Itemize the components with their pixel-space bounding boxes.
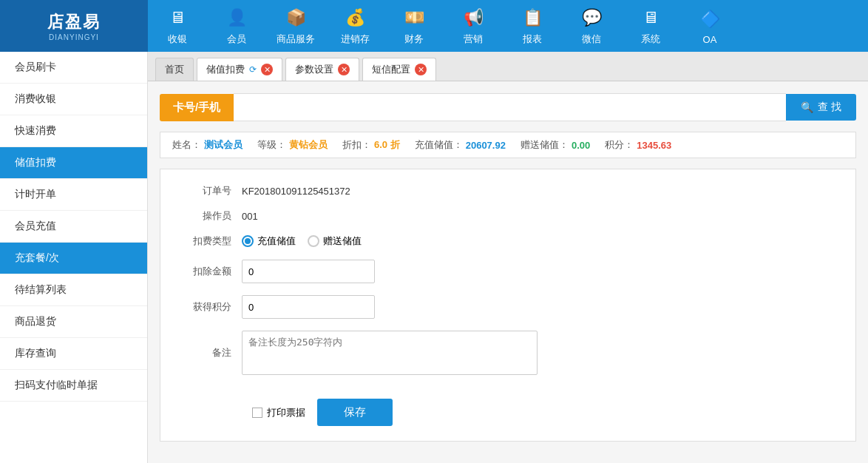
remark-row: 备注	[183, 331, 833, 375]
bottom-actions: 打印票据 保存	[183, 387, 833, 426]
marketing-icon: 📢	[461, 6, 485, 30]
logo-en: DIANYINGYI	[49, 33, 99, 41]
member-level-item: 等级： 黄钻会员	[257, 138, 328, 152]
sidebar-item-pending-list[interactable]: 待结算列表	[0, 274, 147, 306]
member-name-label: 姓名：	[172, 138, 201, 152]
tab-close-store-deduct[interactable]: ✕	[261, 64, 273, 75]
order-row: 订单号 KF201801091125451372	[183, 184, 833, 197]
save-button[interactable]: 保存	[317, 399, 393, 426]
member-gift-value: 0.00	[572, 140, 590, 151]
nav-item-cashier[interactable]: 🖥 收银	[148, 0, 207, 52]
search-bar: 卡号/手机 🔍 查 找	[160, 93, 856, 121]
member-recharge-value: 20607.92	[466, 140, 506, 151]
tab-param-setting[interactable]: 参数设置✕	[285, 58, 359, 81]
deduct-type-recharge[interactable]: 充值储值	[242, 234, 296, 248]
remark-label: 备注	[183, 346, 242, 359]
member-recharge-label: 充值储值：	[415, 138, 463, 152]
operator-value: 001	[242, 211, 258, 222]
member-level-label: 等级：	[257, 138, 286, 152]
radio-gift-label: 赠送储值	[323, 234, 362, 248]
radio-gift-circle	[308, 235, 319, 247]
deduct-type-radio-group: 充值储值 赠送储值	[242, 234, 362, 248]
member-level-value: 黄钻会员	[289, 138, 328, 152]
top-nav: 店盈易 DIANYINGYI 🖥 收银 👤 会员 📦 商品服务 💰 进销存 💴 …	[0, 0, 868, 52]
wechat-icon: 💬	[580, 6, 603, 30]
tab-close-sms-config[interactable]: ✕	[415, 64, 427, 75]
sidebar-item-member-card[interactable]: 会员刷卡	[0, 52, 147, 84]
operator-row: 操作员 001	[183, 209, 833, 223]
sidebar-item-stock-query[interactable]: 库存查询	[0, 338, 147, 370]
nav-item-oa[interactable]: 🔷 OA	[680, 0, 739, 52]
deduct-type-row: 扣费类型 充值储值 赠送储值	[183, 234, 833, 248]
logo-cn: 店盈易	[47, 11, 101, 33]
sidebar-item-package[interactable]: 充套餐/次	[0, 243, 147, 274]
search-button[interactable]: 🔍 查 找	[786, 94, 856, 121]
tab-label-sms-config: 短信配置	[372, 63, 410, 76]
print-checkbox-label: 打印票据	[267, 406, 305, 419]
sidebar-item-scan-pay[interactable]: 扫码支付临时单据	[0, 370, 147, 402]
tab-label-store-deduct: 储值扣费	[206, 63, 245, 76]
page-content: 卡号/手机 🔍 查 找 姓名： 测试会员 等级： 黄钻会员 折扣：	[148, 81, 868, 463]
member-discount-item: 折扣： 6.0 折	[342, 138, 400, 152]
sidebar-item-goods-return[interactable]: 商品退货	[0, 306, 147, 338]
tab-close-param-setting[interactable]: ✕	[338, 64, 350, 75]
remark-textarea[interactable]	[242, 331, 538, 375]
radio-recharge-label: 充值储值	[257, 234, 296, 248]
nav-item-wechat[interactable]: 💬 微信	[562, 0, 621, 52]
tab-store-deduct[interactable]: 储值扣费⟳✕	[197, 58, 282, 81]
search-label: 卡号/手机	[160, 94, 234, 121]
member-icon: 👤	[225, 6, 248, 30]
member-gift-item: 赠送储值： 0.00	[521, 138, 590, 152]
nav-item-finance[interactable]: 💴 财务	[384, 0, 444, 52]
form-panel: 订单号 KF201801091125451372 操作员 001 扣费类型 充值…	[160, 169, 856, 442]
cashier-icon: 🖥	[166, 6, 189, 30]
member-points-value: 1345.63	[637, 140, 671, 151]
report-icon: 📋	[521, 6, 544, 30]
order-label: 订单号	[183, 184, 242, 197]
sidebar-item-timed-open[interactable]: 计时开单	[0, 179, 147, 211]
nav-item-report[interactable]: 📋 报表	[503, 0, 562, 52]
member-gift-label: 赠送储值：	[521, 138, 569, 152]
nav-item-system[interactable]: 🖥 系统	[621, 0, 680, 52]
points-input[interactable]	[242, 295, 375, 319]
sidebar-item-quick-consume[interactable]: 快速消费	[0, 115, 147, 147]
member-name-value: 测试会员	[204, 138, 243, 152]
tab-home[interactable]: 首页	[155, 58, 194, 81]
member-points-label: 积分：	[605, 138, 634, 152]
tab-label-home: 首页	[165, 63, 184, 76]
nav-item-marketing[interactable]: 📢 营销	[444, 0, 503, 52]
nav-item-member[interactable]: 👤 会员	[207, 0, 266, 52]
print-checkbox-box	[252, 408, 262, 418]
system-icon: 🖥	[639, 6, 662, 30]
points-row: 获得积分	[183, 295, 833, 319]
radio-recharge-circle	[242, 235, 254, 247]
sidebar-item-member-recharge[interactable]: 会员充值	[0, 211, 147, 243]
sidebar-item-consume-cashier[interactable]: 消费收银	[0, 84, 147, 115]
nav-item-goods[interactable]: 📦 商品服务	[266, 0, 325, 52]
member-discount-value: 6.0 折	[374, 138, 400, 152]
content-area: 首页储值扣费⟳✕参数设置✕短信配置✕ 卡号/手机 🔍 查 找 姓名： 测试会员	[148, 52, 868, 463]
member-discount-label: 折扣：	[342, 138, 371, 152]
points-label: 获得积分	[183, 300, 242, 314]
print-checkbox[interactable]: 打印票据	[252, 406, 305, 419]
deduct-amount-input[interactable]	[242, 260, 375, 283]
member-points-item: 积分： 1345.63	[605, 138, 671, 152]
tab-refresh-store-deduct[interactable]: ⟳	[249, 64, 257, 75]
search-icon: 🔍	[801, 101, 813, 113]
search-input[interactable]	[234, 93, 786, 121]
tab-label-param-setting: 参数设置	[295, 63, 333, 76]
sidebar: 会员刷卡消费收银快速消费储值扣费计时开单会员充值充套餐/次待结算列表商品退货库存…	[0, 52, 148, 463]
logo: 店盈易 DIANYINGYI	[0, 0, 148, 52]
oa-icon: 🔷	[698, 7, 722, 31]
tab-sms-config[interactable]: 短信配置✕	[362, 58, 436, 81]
main-layout: 会员刷卡消费收银快速消费储值扣费计时开单会员充值充套餐/次待结算列表商品退货库存…	[0, 52, 868, 463]
goods-icon: 📦	[284, 6, 308, 30]
nav-item-stock[interactable]: 💰 进销存	[325, 0, 384, 52]
deduct-amount-label: 扣除金额	[183, 265, 242, 278]
member-name-item: 姓名： 测试会员	[172, 138, 243, 152]
deduct-type-gift[interactable]: 赠送储值	[308, 234, 362, 248]
sidebar-item-store-deduct[interactable]: 储值扣费	[0, 147, 147, 179]
order-value: KF201801091125451372	[242, 186, 350, 197]
tab-bar: 首页储值扣费⟳✕参数设置✕短信配置✕	[148, 52, 868, 81]
deduct-amount-row: 扣除金额	[183, 260, 833, 283]
